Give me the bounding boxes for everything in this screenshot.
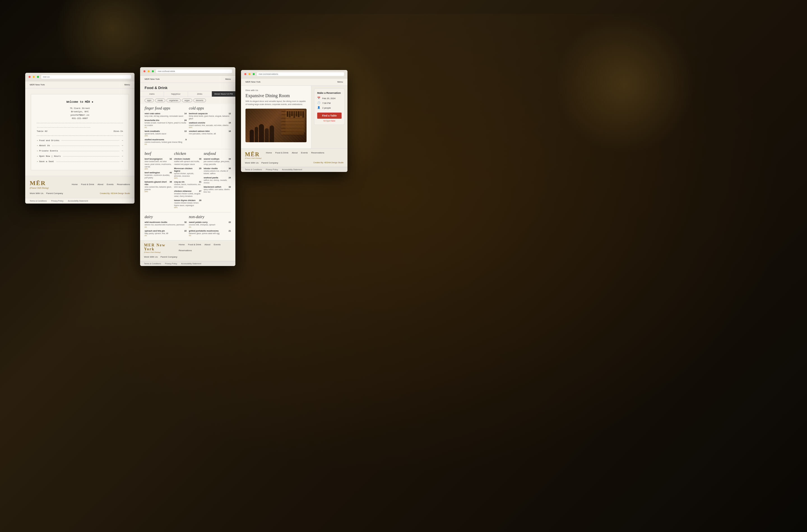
lemon-thyme-name: lemon thyme chicken (174, 199, 195, 202)
receipt-nav-food[interactable]: Food and Drinks → (37, 138, 123, 144)
window1-menu-btn[interactable]: Menu (124, 83, 130, 86)
window2-nav-row2: Work With Us Parent Company (144, 255, 232, 258)
crab-cakes-name: mini crab cakes (145, 112, 160, 115)
mushroom-risotto-header: wild mushroom risotto 32 (145, 221, 187, 224)
window3-nav-about[interactable]: About (292, 151, 298, 154)
lobster-risotto-desc: creamy arborio rice, chunks of lobster, … (204, 170, 231, 175)
window1-nav-about[interactable]: About (97, 183, 104, 186)
receipt-table-info: Table 02 Dine-In (37, 130, 123, 133)
window1-work-with-us[interactable]: Work With Us (30, 192, 43, 195)
window2-nav-about[interactable]: About (205, 243, 210, 246)
wellington-header: beef wellington 40 (145, 171, 172, 174)
window2-footer-accessibility[interactable]: Accessibility Statement (181, 263, 201, 265)
bar-decor (286, 110, 305, 132)
beetroot-header: beetroot carpaccio 12 (189, 112, 231, 115)
window1-footer-privacy[interactable]: Privacy Policy (51, 200, 63, 202)
window1-logo-subtitle: (Finest Chill Dining) (30, 187, 49, 189)
sweet-potato-curry-tag: (V) (189, 226, 231, 228)
tagine-price: 29 (199, 167, 201, 172)
min-dot-3[interactable] (249, 73, 251, 75)
close-dot-2[interactable] (144, 70, 145, 72)
window3-work-with-us[interactable]: Work With Us (245, 162, 259, 164)
meatballs-header: lamb meatballs 13 (145, 130, 187, 132)
reservation-date[interactable]: Feb 20, 2024 (322, 97, 335, 100)
window2-nav-reservations[interactable]: Reservations (179, 249, 192, 252)
receipt-dots-seat (56, 162, 120, 162)
max-dot-2[interactable] (152, 70, 154, 72)
short-ribs-name: balsamic-glazed short ribs (145, 180, 169, 186)
window2-header: MER New York Menu (140, 76, 235, 83)
window2-menu-btn[interactable]: Menu (225, 78, 231, 80)
window1-nav-reservations[interactable]: Reservations (117, 183, 130, 186)
find-table-button[interactable]: Find a Table (317, 113, 342, 119)
min-dot-1[interactable] (33, 76, 35, 78)
tab-dinner-hours[interactable]: Dinner Hours 5-9 PM (212, 91, 235, 97)
reservation-time-field: 🕐 7:00 PM (317, 101, 342, 105)
window1-footer-terms[interactable]: Terms & Conditions (30, 200, 47, 202)
url-text-3: mer.co/reservations (259, 73, 278, 75)
window3-nav-events[interactable]: Events (301, 151, 308, 154)
max-dot-1[interactable] (37, 76, 39, 78)
bottle-5 (296, 111, 297, 116)
url-bar-2[interactable]: mer.co/food-drink (156, 70, 232, 73)
reservation-time[interactable]: 7:00 PM (322, 102, 331, 104)
window2-footer-privacy[interactable]: Privacy Policy (165, 263, 177, 265)
ceviche-desc: mixed seafood, lime, avocado, red onion,… (189, 124, 231, 127)
window2-footer-terms[interactable]: Terms & Conditions (144, 263, 161, 265)
url-bar-3[interactable]: mer.co/reservations (257, 72, 344, 76)
window3-nav-food[interactable]: Food & Drink (275, 151, 288, 154)
window2-nav-food[interactable]: Food & Drink (188, 243, 201, 246)
chicken-section: chicken chicken roulade 30 stuffed with … (174, 151, 201, 210)
bourguignon-desc: slow-cooked beef, red wine sauce, pearl … (145, 160, 172, 168)
opentable-badge: 🍽 OpenTable (317, 120, 342, 122)
window1-footer-accessibility[interactable]: Accessibility Statement (68, 200, 88, 202)
window2-parent-company[interactable]: Parent Company (161, 255, 177, 258)
window3-menu-btn[interactable]: Menu (337, 81, 343, 83)
filter-vegan[interactable]: vegan (182, 98, 192, 102)
receipt-nav-hours[interactable]: Open Now | Hours → (37, 154, 123, 159)
window3-header: MER New York Menu (241, 78, 347, 86)
filter-desserts[interactable]: desserts (193, 98, 206, 102)
window3-left-content: Dine with Us Expansive Dining Room With … (241, 86, 311, 148)
receipt-dots-about (52, 146, 120, 146)
window2-nav-home[interactable]: Home (179, 243, 185, 246)
window3-footer-accessibility[interactable]: Accessibility Statement (282, 169, 302, 171)
max-dot-3[interactable] (253, 73, 255, 75)
receipt-nav-events[interactable]: Private Events → (37, 148, 123, 154)
window1-nav-events[interactable]: Events (107, 183, 113, 186)
window1-nav-food[interactable]: Food & Drink (81, 183, 94, 186)
close-dot-3[interactable] (244, 73, 246, 75)
window3-footer-terms[interactable]: Terms & Conditions (245, 169, 262, 171)
opentable-icon: 🍽 (323, 120, 325, 122)
tab-happyhour[interactable]: happyhour (164, 91, 188, 97)
milanese-header: chicken milanese 27 (174, 190, 201, 192)
filter-apps[interactable]: apps (145, 98, 154, 102)
receipt-arrow-seat: → (122, 160, 123, 164)
short-ribs-header: balsamic-glazed short ribs 36 (145, 180, 172, 186)
window2-work-with-us[interactable]: Work With Us (144, 255, 158, 258)
meatballs-tag: (GF) (145, 135, 187, 137)
tab-drinks[interactable]: drinks (188, 91, 212, 97)
spinach-feta-tag: (V) (145, 235, 187, 236)
spinach-feta-header: spinach and feta pie 22 (145, 230, 187, 232)
window1-nav-home[interactable]: Home (72, 183, 78, 186)
filter-meats[interactable]: meats (155, 98, 165, 102)
window3-nav-home[interactable]: Home (266, 151, 272, 154)
bruschetta-tag: (V) (145, 127, 187, 128)
window2-logo-block: MER New York (Finest Chill Dining) (144, 243, 174, 253)
window3-parent-company[interactable]: Parent Company (261, 162, 278, 164)
reservation-party[interactable]: 2 people (322, 107, 331, 109)
window2-nav-events[interactable]: Events (214, 243, 221, 246)
receipt-nav-about[interactable]: About Us → (37, 143, 123, 148)
short-ribs-desc: slow-cooked ribs, balsamic glaze, polent… (145, 186, 172, 191)
receipt-nav-seat[interactable]: Save a Seat → (37, 159, 123, 164)
window3-footer-privacy[interactable]: Privacy Policy (266, 169, 278, 171)
close-dot-1[interactable] (29, 76, 31, 78)
tab-mains[interactable]: mains (140, 91, 164, 97)
min-dot-2[interactable] (148, 70, 150, 72)
filter-vegetarian[interactable]: vegetarian (166, 98, 181, 102)
window1-parent-company[interactable]: Parent Company (46, 192, 63, 195)
receipt-nav-food-label: Food and Drinks (39, 139, 59, 142)
window3-nav-reservations[interactable]: Reservations (311, 151, 325, 154)
url-bar-1[interactable]: mer.co (41, 75, 131, 79)
